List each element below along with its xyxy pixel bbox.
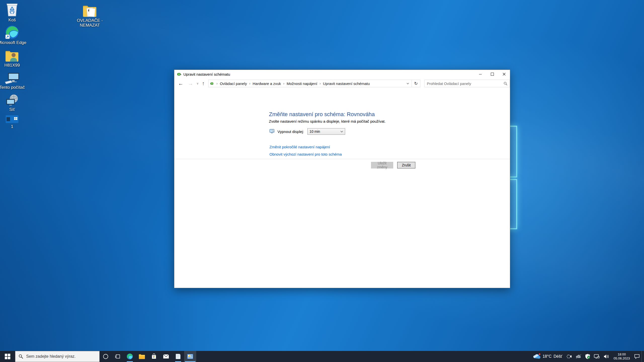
cancel-button[interactable]: Zrušit [397, 162, 415, 168]
desktop-icon-this-pc[interactable]: Tento počítač [0, 69, 27, 90]
taskbar-app-edge[interactable] [124, 351, 136, 362]
restore-default-settings-link[interactable]: Obnovit výchozí nastavení pro toto schém… [269, 152, 342, 156]
display-off-label: Vypnout displej: [277, 129, 304, 134]
page-description: Zvolte nastavení režimu spánku a displej… [269, 119, 386, 123]
close-button[interactable] [498, 70, 510, 78]
power-plug-icon [177, 72, 181, 76]
separator [174, 159, 510, 159]
rain-cloud-icon [533, 353, 541, 360]
title-bar[interactable]: Upravit nastavení schématu [174, 70, 510, 78]
control-panel-search[interactable] [424, 80, 510, 87]
taskbar-app-file-explorer[interactable] [136, 351, 148, 362]
desktop-icon-network[interactable]: Síť [0, 91, 27, 112]
taskbar-app-power-settings-active[interactable] [184, 351, 196, 362]
navigation-bar: ← → ∨ ↑ › Ovládací panely › Hardware a z… [174, 78, 510, 88]
date-text: 05.06.2023 [614, 356, 630, 360]
this-pc-icon [4, 69, 20, 84]
weather-temp: 18°C [543, 354, 552, 359]
breadcrumb-separator: › [318, 81, 322, 85]
search-icon [15, 354, 26, 359]
breadcrumb-separator: › [248, 81, 252, 85]
image-file-icon [4, 113, 20, 123]
desktop-icon-edge[interactable]: Microsoft Edge [0, 24, 27, 45]
desktop: Koš Microsoft Edge H81X99 [0, 0, 644, 362]
desktop-icon-ovladace-folder[interactable]: OVLADAČE - NEMAZAT [71, 2, 109, 28]
meet-now-icon[interactable] [565, 351, 574, 362]
taskbar-search-input[interactable] [26, 354, 99, 359]
taskbar-app-mail[interactable] [160, 351, 172, 362]
address-bar[interactable]: › Ovládací panely › Hardware a zvuk › Mo… [208, 80, 412, 87]
show-desktop-button[interactable] [641, 351, 644, 362]
onedrive-paused-icon[interactable] [574, 351, 583, 362]
taskbar-search[interactable] [15, 351, 100, 362]
breadcrumb-separator: › [215, 81, 219, 85]
windows-security-icon[interactable] [583, 351, 592, 362]
breadcrumb-separator: › [282, 81, 286, 85]
breadcrumb-edit-plan-settings[interactable]: Upravit nastavení schématu [322, 81, 371, 86]
display-off-dropdown[interactable]: 10 min [307, 128, 345, 135]
minimize-button[interactable] [474, 70, 486, 78]
address-history-chevron-icon[interactable] [404, 83, 412, 84]
network-status-icon[interactable] [592, 351, 601, 362]
folder-icon [82, 2, 98, 17]
desktop-icon-label: 1 [0, 124, 27, 129]
desktop-icon-user-folder[interactable]: H81X99 [0, 47, 27, 68]
window-title: Upravit nastavení schématu [183, 72, 230, 76]
breadcrumb-power-options[interactable]: Možnosti napájení [286, 81, 318, 86]
back-button[interactable]: ← [176, 80, 186, 87]
breadcrumb-control-panel[interactable]: Ovládací panely [219, 81, 248, 86]
desktop-icon-label: Síť [0, 107, 27, 112]
dropdown-value: 10 min [308, 129, 340, 133]
search-icon[interactable] [501, 82, 510, 85]
action-center-icon[interactable] [632, 351, 641, 362]
power-plug-icon [210, 81, 214, 85]
forward-button[interactable]: → [186, 80, 195, 87]
desktop-icon-label: OVLADAČE - NEMAZAT [71, 18, 109, 28]
breadcrumb-hardware-sound[interactable]: Hardware a zvuk [252, 81, 282, 86]
taskbar: 18°C Déšť [0, 351, 644, 362]
volume-icon[interactable] [601, 351, 611, 362]
recent-pages-chevron-icon[interactable]: ∨ [195, 80, 200, 87]
desktop-icon-image-file-1[interactable]: 1 [0, 113, 27, 129]
desktop-icon-label: H81X99 [0, 63, 27, 68]
taskbar-weather-widget[interactable]: 18°C Déšť [531, 351, 565, 362]
desktop-icon-recycle-bin[interactable]: Koš [0, 2, 27, 22]
display-timer-icon [269, 129, 275, 134]
search-input[interactable] [425, 81, 501, 86]
network-icon [4, 91, 20, 106]
chevron-down-icon [340, 131, 345, 132]
page-title: Změňte nastavení pro schéma: Rovnováha [269, 111, 375, 118]
weather-desc: Déšť [553, 354, 562, 359]
desktop-icon-label: Tento počítač [0, 85, 27, 90]
task-view-button[interactable] [112, 351, 124, 362]
recycle-bin-icon [4, 2, 20, 17]
up-button[interactable]: ↑ [200, 80, 207, 87]
desktop-icon-label: Koš [0, 18, 27, 22]
time-text: 18:00 [618, 352, 626, 356]
taskbar-app-notepad[interactable] [172, 351, 184, 362]
cortana-button[interactable] [100, 351, 112, 362]
taskbar-app-store[interactable] [148, 351, 160, 362]
edge-icon [4, 24, 20, 39]
save-changes-button[interactable]: Uložit změny [371, 162, 393, 168]
display-off-setting-row: Vypnout displej: 10 min [269, 128, 345, 135]
maximize-button[interactable] [486, 70, 498, 78]
user-folder-icon [4, 47, 20, 62]
refresh-button[interactable]: ↻ [412, 80, 420, 87]
desktop-icon-label: Microsoft Edge [0, 40, 27, 45]
start-button[interactable] [0, 351, 15, 362]
taskbar-clock[interactable]: 18:00 05.06.2023 [611, 351, 632, 362]
edit-plan-settings-window: Upravit nastavení schématu ← → ∨ ↑ [174, 70, 510, 288]
advanced-power-settings-link[interactable]: Změnit pokročilé nastavení napájení [269, 145, 330, 149]
